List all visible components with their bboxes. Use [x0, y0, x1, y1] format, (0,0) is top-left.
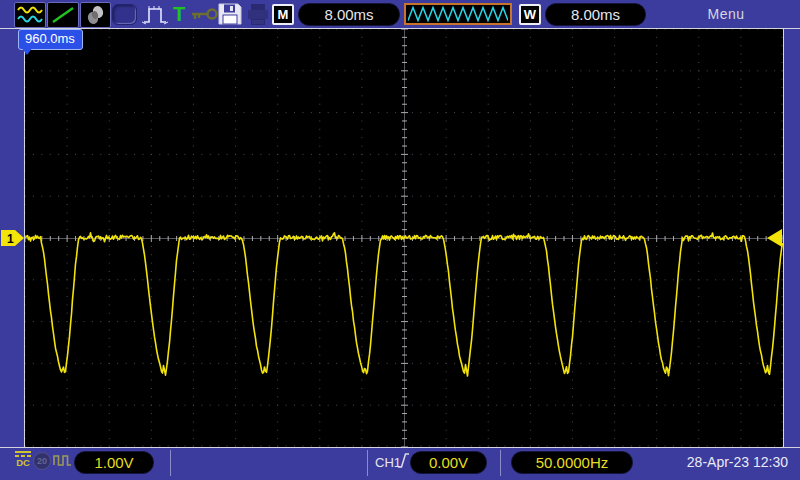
ramp-line-icon[interactable] — [47, 2, 79, 28]
trigger-t-icon[interactable]: T — [173, 4, 185, 24]
trigger-position-pointer — [21, 47, 33, 55]
rising-edge-icon — [397, 450, 410, 471]
screen-image-icon[interactable] — [80, 2, 111, 28]
save-floppy-icon[interactable] — [217, 2, 243, 30]
preview-zigzag-waveform — [408, 6, 508, 22]
ch1-volts-div-readout: 1.00V — [74, 451, 154, 474]
square-wave-icon — [53, 453, 72, 468]
pulse-trigger-icon[interactable] — [141, 3, 169, 30]
bandwidth-limit-icon: 20 — [33, 452, 51, 470]
frequency-counter-readout: 50.0000Hz — [511, 451, 633, 474]
empty-indicator-field — [112, 4, 137, 25]
svg-text:1: 1 — [7, 232, 14, 246]
trigger-level-readout: 0.00V — [410, 451, 487, 474]
trigger-level-arrow[interactable] — [766, 229, 783, 247]
zoom-window-preview — [404, 3, 512, 25]
diagonal-line-icon — [50, 5, 76, 25]
channel-waveforms-icon[interactable] — [14, 2, 46, 28]
top-toolbar: T M 8.00ms W 8.00ms Menu — [0, 0, 800, 29]
statusbar-separator — [500, 450, 501, 476]
ch1-level-marker[interactable]: 1 — [1, 229, 25, 247]
graticule-area — [24, 28, 784, 448]
dc-coupling-icon: DC — [12, 451, 34, 468]
main-timebase-readout: 8.00ms — [298, 3, 400, 26]
gray-blob-icon — [83, 5, 108, 25]
menu-button[interactable]: Menu — [666, 6, 786, 22]
statusbar-separator — [170, 450, 171, 476]
sine-waves-icon — [17, 5, 43, 25]
key-lock-icon[interactable] — [190, 7, 218, 25]
statusbar-separator — [367, 450, 368, 476]
print-icon[interactable] — [246, 3, 270, 30]
ch1-waveform-trace — [25, 29, 783, 447]
window-timebase-badge: W — [519, 4, 541, 25]
datetime-readout: 28-Apr-23 12:30 — [640, 454, 788, 470]
dc-solid-line — [15, 451, 31, 453]
window-timebase-readout: 8.00ms — [545, 3, 646, 26]
main-timebase-badge: M — [272, 4, 294, 25]
